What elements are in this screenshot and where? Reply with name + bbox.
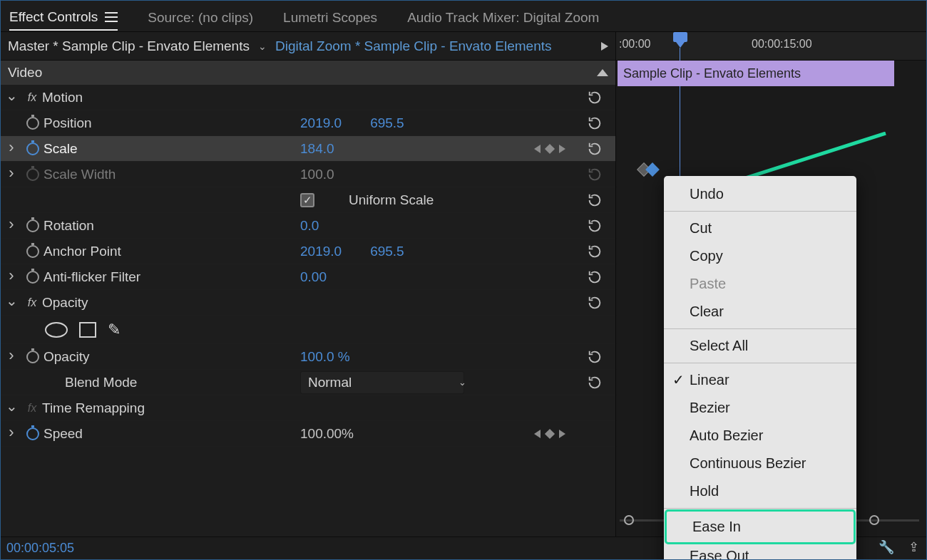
reset-button[interactable] bbox=[587, 141, 603, 157]
speed-value: 100.00% bbox=[300, 426, 354, 442]
property-position[interactable]: Position 2019.0 695.5 bbox=[1, 110, 615, 136]
collapse-icon[interactable] bbox=[597, 69, 608, 76]
effect-opacity[interactable]: fx Opacity bbox=[1, 290, 615, 316]
menu-continuous-bezier[interactable]: Continuous Bezier bbox=[664, 450, 856, 477]
ruler-tick-15: 00:00:15:00 bbox=[752, 38, 812, 51]
twisty-icon[interactable] bbox=[1, 268, 22, 286]
twisty-icon[interactable] bbox=[1, 294, 22, 311]
reset-button[interactable] bbox=[587, 269, 603, 285]
menu-undo[interactable]: Undo bbox=[664, 180, 856, 208]
property-blend-mode[interactable]: Blend Mode Normal ⌄ bbox=[1, 370, 615, 395]
tab-source[interactable]: Source: (no clips) bbox=[148, 3, 253, 30]
menu-ease-out[interactable]: Ease Out bbox=[664, 542, 856, 560]
stopwatch-icon[interactable] bbox=[22, 117, 43, 130]
play-icon[interactable] bbox=[601, 42, 608, 51]
menu-auto-bezier[interactable]: Auto Bezier bbox=[664, 422, 856, 450]
twisty-icon[interactable] bbox=[1, 348, 22, 366]
blend-mode-dropdown[interactable]: Normal ⌄ bbox=[300, 371, 464, 394]
reset-button[interactable] bbox=[587, 375, 603, 390]
prev-keyframe-icon[interactable] bbox=[534, 430, 541, 438]
anchor-y-value[interactable]: 695.5 bbox=[370, 244, 404, 259]
twisty-icon[interactable] bbox=[1, 400, 22, 417]
menu-icon[interactable] bbox=[105, 12, 118, 22]
next-keyframe-icon[interactable] bbox=[559, 145, 565, 153]
property-scale[interactable]: Scale 184.0 bbox=[1, 136, 615, 162]
anchor-x-value[interactable]: 2019.0 bbox=[300, 244, 342, 259]
menu-clear[interactable]: Clear bbox=[664, 298, 856, 326]
menu-hold[interactable]: Hold bbox=[664, 477, 856, 505]
video-section-header: Video bbox=[1, 61, 615, 85]
menu-ease-in[interactable]: Ease In bbox=[667, 512, 854, 542]
uniform-scale-checkbox[interactable] bbox=[300, 193, 314, 207]
property-anti-flicker[interactable]: Anti-flicker Filter 0.00 bbox=[1, 264, 615, 290]
tab-effect-controls[interactable]: Effect Controls bbox=[9, 2, 118, 31]
twisty-icon[interactable] bbox=[1, 89, 22, 106]
wrench-icon[interactable]: 🔧 bbox=[879, 539, 894, 555]
stopwatch-icon[interactable] bbox=[22, 427, 43, 440]
property-label: Blend Mode bbox=[65, 375, 137, 390]
section-label: Video bbox=[8, 65, 42, 81]
stopwatch-icon[interactable] bbox=[22, 351, 43, 363]
fx-badge-icon[interactable]: fx bbox=[22, 91, 42, 104]
pen-mask-icon[interactable]: ✎ bbox=[108, 321, 121, 339]
property-label: Rotation bbox=[43, 218, 94, 234]
twisty-icon[interactable] bbox=[1, 217, 22, 235]
menu-select-all[interactable]: Select All bbox=[664, 332, 856, 360]
stopwatch-icon[interactable] bbox=[22, 142, 43, 155]
position-x-value[interactable]: 2019.0 bbox=[300, 115, 342, 131]
prev-keyframe-icon[interactable] bbox=[534, 145, 541, 153]
dropdown-value: Normal bbox=[308, 375, 352, 390]
reset-button[interactable] bbox=[587, 90, 603, 105]
property-speed[interactable]: Speed 100.00% bbox=[1, 421, 615, 447]
antiflicker-value[interactable]: 0.00 bbox=[300, 269, 327, 285]
effect-motion[interactable]: fx Motion bbox=[1, 85, 615, 110]
tab-lumetri[interactable]: Lumetri Scopes bbox=[283, 3, 377, 30]
export-icon[interactable]: ⇪ bbox=[908, 539, 919, 555]
keyframe-diamond-selected-icon[interactable] bbox=[645, 162, 660, 177]
menu-linear[interactable]: Linear bbox=[664, 366, 856, 394]
property-opacity[interactable]: Opacity 100.0 % bbox=[1, 344, 615, 370]
scrub-handle-right[interactable] bbox=[869, 515, 879, 525]
reset-button[interactable] bbox=[587, 192, 603, 208]
property-rotation[interactable]: Rotation 0.0 bbox=[1, 213, 615, 239]
menu-cut[interactable]: Cut bbox=[664, 214, 856, 242]
reset-button[interactable] bbox=[587, 349, 603, 365]
menu-copy[interactable]: Copy bbox=[664, 242, 856, 270]
scale-width-value: 100.0 bbox=[300, 167, 334, 182]
stopwatch-icon[interactable] bbox=[22, 271, 43, 284]
effect-time-remapping[interactable]: fx Time Remapping bbox=[1, 395, 615, 421]
property-anchor-point[interactable]: Anchor Point 2019.0 695.5 bbox=[1, 239, 615, 264]
property-uniform-scale[interactable]: Uniform Scale bbox=[1, 187, 615, 213]
rotation-value[interactable]: 0.0 bbox=[300, 218, 319, 234]
opacity-value[interactable]: 100.0 % bbox=[300, 349, 350, 365]
timecode-display[interactable]: 00:00:05:05 bbox=[6, 541, 74, 556]
next-keyframe-icon[interactable] bbox=[559, 430, 565, 438]
fx-badge-icon[interactable]: fx bbox=[22, 296, 42, 309]
scale-keyframes[interactable] bbox=[639, 165, 657, 175]
ellipse-mask-icon[interactable] bbox=[45, 322, 68, 338]
rect-mask-icon[interactable] bbox=[79, 322, 96, 338]
reset-button[interactable] bbox=[587, 295, 603, 311]
fx-badge-icon[interactable]: fx bbox=[22, 402, 42, 415]
playhead-icon[interactable] bbox=[673, 32, 687, 42]
twisty-icon[interactable] bbox=[1, 425, 22, 443]
breadcrumb: Master * Sample Clip - Envato Elements ⌄… bbox=[1, 32, 615, 61]
reset-button[interactable] bbox=[587, 244, 603, 259]
scrub-handle-left[interactable] bbox=[624, 515, 634, 525]
reset-button[interactable] bbox=[587, 115, 603, 131]
tab-audio-mixer[interactable]: Audio Track Mixer: Digital Zoom bbox=[407, 3, 599, 30]
stopwatch-icon[interactable] bbox=[22, 219, 43, 232]
twisty-icon[interactable] bbox=[1, 140, 22, 158]
chevron-down-icon[interactable]: ⌄ bbox=[258, 41, 267, 52]
sequence-clip-label[interactable]: Digital Zoom * Sample Clip - Envato Elem… bbox=[275, 38, 552, 54]
scale-value[interactable]: 184.0 bbox=[300, 141, 334, 157]
reset-button[interactable] bbox=[587, 218, 603, 234]
time-ruler[interactable]: :00:00 00:00:15:00 bbox=[616, 32, 926, 61]
clip-bar[interactable]: Sample Clip - Envato Elements bbox=[618, 61, 894, 86]
add-keyframe-icon[interactable] bbox=[545, 143, 555, 153]
position-y-value[interactable]: 695.5 bbox=[370, 115, 404, 131]
add-keyframe-icon[interactable] bbox=[545, 428, 555, 438]
menu-bezier[interactable]: Bezier bbox=[664, 394, 856, 422]
effect-label: Time Remapping bbox=[42, 400, 145, 416]
stopwatch-icon[interactable] bbox=[22, 245, 43, 258]
